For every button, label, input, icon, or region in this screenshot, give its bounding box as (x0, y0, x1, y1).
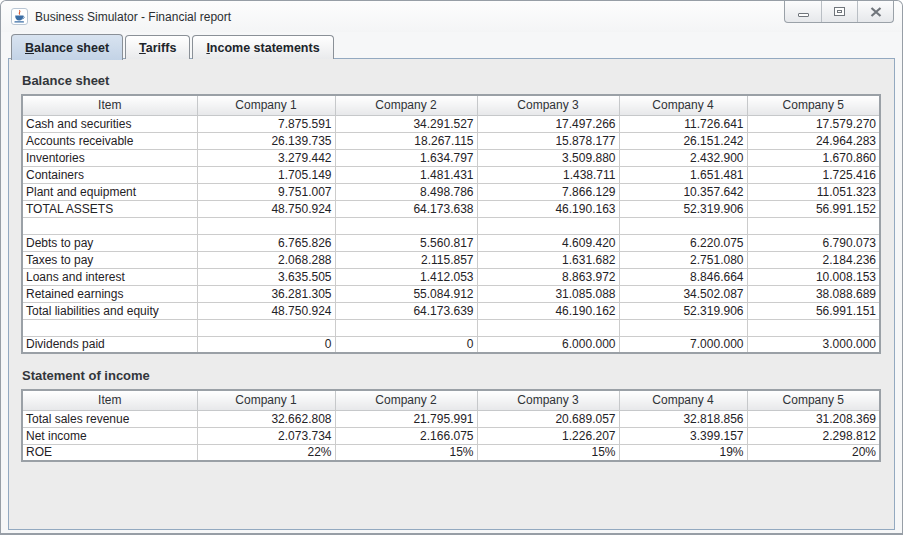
row-label: Debts to pay (22, 234, 197, 251)
row-label: Cash and securities (22, 115, 197, 132)
cell-value: 19% (619, 444, 747, 461)
tab-tariffs[interactable]: Tariffs (125, 35, 190, 59)
column-header[interactable]: Company 4 (619, 95, 747, 115)
cell-value: 1.634.797 (335, 149, 477, 166)
row-label: Containers (22, 166, 197, 183)
column-header[interactable]: Company 3 (477, 390, 619, 410)
cell-value: 11.726.641 (619, 115, 747, 132)
row-label: Total liabilities and equity (22, 302, 197, 319)
cell-value: 1.670.860 (747, 149, 880, 166)
cell-value: 7.875.591 (197, 115, 335, 132)
table-row[interactable]: Net income 2.073.734 2.166.075 1.226.207… (22, 427, 880, 444)
java-coffee-cup-icon (11, 8, 28, 25)
table-row[interactable]: Loans and interest 3.635.505 1.412.053 8… (22, 268, 880, 285)
app-window: Business Simulator - Financial report Ba… (0, 0, 903, 535)
tab-bar: Balance sheet Tariffs Income statements (11, 34, 336, 59)
close-icon (870, 7, 882, 17)
cell-value (335, 319, 477, 336)
table-row[interactable]: ROE 22% 15% 15% 19% 20% (22, 444, 880, 461)
column-header[interactable]: Company 3 (477, 95, 619, 115)
table-row[interactable]: Accounts receivable 26.139.735 18.267.11… (22, 132, 880, 149)
cell-value: 6.765.826 (197, 234, 335, 251)
column-header[interactable]: Company 4 (619, 390, 747, 410)
column-header[interactable]: Company 5 (747, 95, 880, 115)
cell-value: 32.818.856 (619, 410, 747, 427)
cell-value: 24.964.283 (747, 132, 880, 149)
balance-sheet-heading: Balance sheet (22, 73, 882, 88)
balance-sheet-table[interactable]: Item Company 1 Company 2 Company 3 Compa… (21, 94, 881, 354)
cell-value (747, 319, 880, 336)
title-bar[interactable]: Business Simulator - Financial report (1, 1, 902, 32)
row-label: Retained earnings (22, 285, 197, 302)
table-row[interactable]: Debts to pay 6.765.826 5.560.817 4.609.4… (22, 234, 880, 251)
cell-value: 17.497.266 (477, 115, 619, 132)
cell-value: 31.208.369 (747, 410, 880, 427)
cell-value: 1.651.481 (619, 166, 747, 183)
header-row: Item Company 1 Company 2 Company 3 Compa… (22, 95, 880, 115)
cell-value: 56.991.152 (747, 200, 880, 217)
row-label: Taxes to pay (22, 251, 197, 268)
close-button[interactable] (857, 1, 893, 22)
cell-value: 2.073.734 (197, 427, 335, 444)
table-row[interactable]: Inventories 3.279.442 1.634.797 3.509.88… (22, 149, 880, 166)
cell-value: 2.166.075 (335, 427, 477, 444)
cell-value (477, 217, 619, 234)
cell-value: 1.226.207 (477, 427, 619, 444)
table-row[interactable]: Plant and equipment 9.751.007 8.498.786 … (22, 183, 880, 200)
window-title: Business Simulator - Financial report (35, 10, 231, 24)
table-row[interactable]: TOTAL ASSETS 48.750.924 64.173.638 46.19… (22, 200, 880, 217)
window-controls (784, 1, 894, 23)
maximize-button[interactable] (821, 1, 857, 22)
column-header[interactable]: Item (22, 390, 197, 410)
column-header[interactable]: Company 5 (747, 390, 880, 410)
cell-value: 2.432.900 (619, 149, 747, 166)
table-row[interactable]: Retained earnings 36.281.305 55.084.912 … (22, 285, 880, 302)
row-label: Total sales revenue (22, 410, 197, 427)
column-header[interactable]: Company 1 (197, 95, 335, 115)
cell-value: 22% (197, 444, 335, 461)
cell-value: 64.173.638 (335, 200, 477, 217)
tab-income-statements[interactable]: Income statements (192, 35, 333, 59)
table-row-empty[interactable] (22, 217, 880, 234)
tab-balance-sheet[interactable]: Balance sheet (11, 34, 123, 60)
cell-value: 1.412.053 (335, 268, 477, 285)
cell-value: 6.220.075 (619, 234, 747, 251)
row-label (22, 319, 197, 336)
cell-value: 34.502.087 (619, 285, 747, 302)
cell-value: 20% (747, 444, 880, 461)
cell-value: 1.725.416 (747, 166, 880, 183)
tab-label: B (25, 41, 34, 55)
table-row[interactable]: Total sales revenue 32.662.808 21.795.99… (22, 410, 880, 427)
column-header[interactable]: Company 2 (335, 95, 477, 115)
table-row[interactable]: Taxes to pay 2.068.288 2.115.857 1.631.6… (22, 251, 880, 268)
row-label: Accounts receivable (22, 132, 197, 149)
cell-value: 52.319.906 (619, 200, 747, 217)
cell-value (335, 217, 477, 234)
income-statement-table[interactable]: Item Company 1 Company 2 Company 3 Compa… (21, 389, 881, 462)
cell-value: 15% (477, 444, 619, 461)
table-row[interactable]: Cash and securities 7.875.591 34.291.527… (22, 115, 880, 132)
cell-value: 52.319.906 (619, 302, 747, 319)
cell-value: 64.173.639 (335, 302, 477, 319)
minimize-button[interactable] (785, 1, 821, 22)
cell-value: 10.357.642 (619, 183, 747, 200)
cell-value (197, 319, 335, 336)
table-row[interactable]: Containers 1.705.149 1.481.431 1.438.711… (22, 166, 880, 183)
cell-value: 1.705.149 (197, 166, 335, 183)
row-label: Dividends paid (22, 336, 197, 353)
table-row[interactable]: Dividends paid 0 0 6.000.000 7.000.000 3… (22, 336, 880, 353)
column-header[interactable]: Company 1 (197, 390, 335, 410)
cell-value: 2.068.288 (197, 251, 335, 268)
row-label: Loans and interest (22, 268, 197, 285)
cell-value: 36.281.305 (197, 285, 335, 302)
row-label: ROE (22, 444, 197, 461)
cell-value: 26.139.735 (197, 132, 335, 149)
column-header[interactable]: Item (22, 95, 197, 115)
row-label (22, 217, 197, 234)
table-row-empty[interactable] (22, 319, 880, 336)
column-header[interactable]: Company 2 (335, 390, 477, 410)
table-row[interactable]: Total liabilities and equity 48.750.924 … (22, 302, 880, 319)
cell-value: 2.184.236 (747, 251, 880, 268)
cell-value: 15% (335, 444, 477, 461)
cell-value: 0 (335, 336, 477, 353)
